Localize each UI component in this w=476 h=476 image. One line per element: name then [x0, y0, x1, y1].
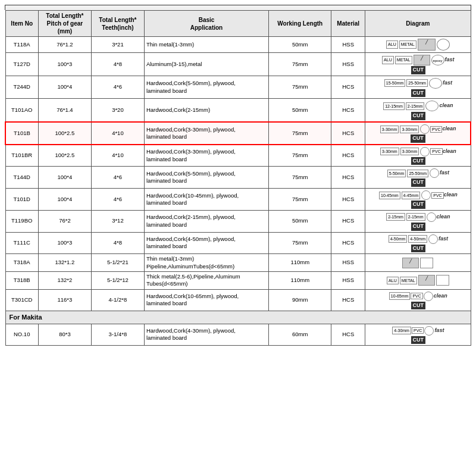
table-row: T244D100*44*6Hardwood,Cork(5-50mm), plyw…	[5, 76, 471, 99]
table-row: T111C100*34*8Hardwood,Cork(4-50mm), plyw…	[5, 232, 471, 254]
table-row: T101AO76*1.43*20Hardwood,Cork(2-15mm)50m…	[5, 99, 471, 122]
col-item: Item No	[5, 11, 38, 37]
table-row: T101BR100*2.54*10Hardwood,Cork(3-30mm), …	[5, 145, 471, 167]
table-row: T101D100*44*6Hardwood,Cork(10-45mm), ply…	[5, 189, 471, 211]
section-header-makita: For Makita	[5, 311, 471, 324]
table-row: T144D100*44*6Hardwood,Cork(5-50mm), plyw…	[5, 167, 471, 189]
col-pitch: Total Length*Pitch of gear(mm)	[38, 11, 91, 37]
table-row: T301CD116*34-1/2*8Hardwood,Cork(10-65mm)…	[5, 289, 471, 311]
table-row: T118A76*1.23*21Thin metal(1-3mm)50mmHSSA…	[5, 37, 471, 53]
main-table: Item No Total Length*Pitch of gear(mm) T…	[5, 10, 471, 346]
table-row: T119BO76*23*12Hardwood,Cork(2-15mm), ply…	[5, 210, 471, 232]
table-row: T318A132*1.25-1/2*21Thin metal(1-3mm) Pi…	[5, 254, 471, 272]
col-diagram: Diagram	[365, 11, 471, 37]
col-mat: Material	[331, 11, 365, 37]
col-wl: Working Length	[269, 11, 331, 37]
col-app: BasicApplication	[144, 11, 268, 37]
table-row: T101B100*2.54*10Hardwood,Cork(3-30mm), p…	[5, 122, 471, 145]
col-teeth: Total Length*Teeth(inch)	[91, 11, 144, 37]
page: Item No Total Length*Pitch of gear(mm) T…	[0, 0, 476, 350]
table-row: NO.1080*33-1/4*8Hardwood,Cork(4-30mm), p…	[5, 324, 471, 346]
table-row: T127D100*34*8Aluminum(3-15),metal75mmHSS…	[5, 53, 471, 76]
table-row: T318B132*25-1/2*12Thick metal(2.5-6),Pip…	[5, 271, 471, 289]
title-bar	[5, 5, 471, 10]
